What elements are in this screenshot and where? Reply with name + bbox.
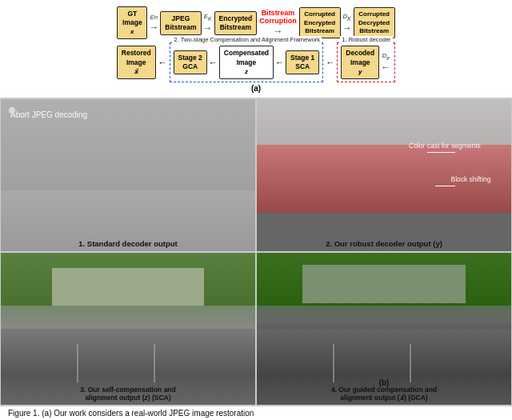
image-1-caption: 1. Standard decoder output [1, 239, 255, 248]
img4-buildings [302, 265, 466, 303]
de-label: De [382, 52, 389, 61]
decoded-image-box: DecodedImagey [341, 46, 379, 78]
robust-decoder-label: 1. Robust decoder [340, 36, 392, 43]
arrow-dk: DK → [342, 13, 353, 34]
robust-decoder-frame: 1. Robust decoder DecodedImagey De ← [337, 42, 395, 82]
arrow-stage2-comp: ← [208, 58, 218, 67]
arrow-comp-stage1: ← [274, 58, 285, 67]
en-label: En [150, 14, 158, 21]
img2-sky [257, 99, 511, 145]
img4-road-line2 [410, 344, 411, 382]
corrupted-encrypted-box: CorruptedEncryptedBitstream [299, 7, 341, 38]
arrow-to-stage2: ← [158, 58, 168, 67]
dk-label: DK [343, 13, 351, 22]
arrow-ek: EK → [202, 13, 214, 34]
corruption-arrow: → [273, 26, 282, 37]
encrypted-bitstream-box: EncryptedBitstream [214, 11, 258, 35]
abort-jpeg-label: Abort JPEG decoding [10, 110, 87, 119]
diagram-section: GTImagex En → JPEGBitstream EK → Encrypt… [0, 0, 512, 98]
corruption-group: BitstreamCorruption → [258, 10, 298, 37]
arrow-en-line: → [149, 22, 158, 33]
annotation-line-1 [427, 152, 455, 153]
image-1-bg: Abort JPEG decoding [1, 99, 255, 251]
main-container: GTImagex En → JPEGBitstream EK → Encrypt… [0, 0, 512, 420]
img1-dot [9, 107, 15, 114]
corruption-label: BitstreamCorruption [259, 10, 297, 26]
corrupted-decrypted-box: CorruptedDecryptedBitstream [354, 7, 395, 38]
img3-buildings [52, 268, 205, 306]
arrow-dk-line: → [342, 22, 352, 34]
annotation-block-shifting: Block shifting [450, 175, 490, 183]
arrow-to-robust: ← [325, 58, 335, 67]
top-flow-row: GTImagex En → JPEGBitstream EK → Encrypt… [8, 6, 504, 39]
stage1-sca-box: Stage 1SCA [286, 50, 319, 74]
image-cell-3: 3. Our self-compensation andalignment ou… [0, 252, 256, 406]
image-2-bg: Color cast for segments Block shifting [257, 99, 511, 251]
image-cell-1: Abort JPEG decoding 1. Standard decoder … [0, 98, 256, 252]
image-3-caption: 3. Our self-compensation andalignment ou… [1, 386, 255, 402]
jpeg-bitstream-box: JPEGBitstream [160, 11, 201, 35]
image-4-caption: 4. Our guided compensation andalignment … [257, 386, 511, 402]
img3-road-line1 [77, 344, 78, 382]
image-2-caption: 2. Our robust decoder output (y) [257, 239, 511, 248]
stage2-gca-box: Stage 2GCA [174, 50, 207, 74]
images-grid: Abort JPEG decoding 1. Standard decoder … [0, 98, 512, 406]
img3-road-line2 [154, 344, 155, 382]
bottom-flow-row: RestoredImagex̂ ← 2. Two-stage Compensat… [8, 42, 504, 82]
two-stage-frame: 2. Two-stage Compensation and Alignment … [170, 42, 324, 82]
arrow-de-line: ← [381, 62, 390, 73]
image-3-bg [1, 253, 255, 405]
gt-image-box: GTImagex [117, 6, 147, 39]
annotation-color-cast: Color cast for segments [409, 142, 481, 150]
image-cell-2: Color cast for segments Block shifting 2… [256, 98, 512, 252]
ek-label: EK [204, 13, 212, 22]
compensated-image-box: CompensatedImagez [219, 46, 274, 78]
annotation-line-2 [435, 186, 455, 186]
arrow-ek-line: → [203, 22, 213, 34]
restored-image-box: RestoredImagex̂ [117, 46, 156, 78]
two-stage-label: 2. Two-stage Compensation and Alignment … [173, 36, 322, 43]
img4-road-line1 [333, 344, 334, 382]
diagram-a-label: (a) [8, 84, 504, 93]
arrow-en: En → [148, 14, 159, 33]
arrow-de: De ← [380, 52, 391, 73]
image-cell-4: (b) 4. Our guided compensation andalignm… [256, 252, 512, 406]
figure-caption: Figure 1. (a) Our work considers a real-… [0, 406, 512, 420]
